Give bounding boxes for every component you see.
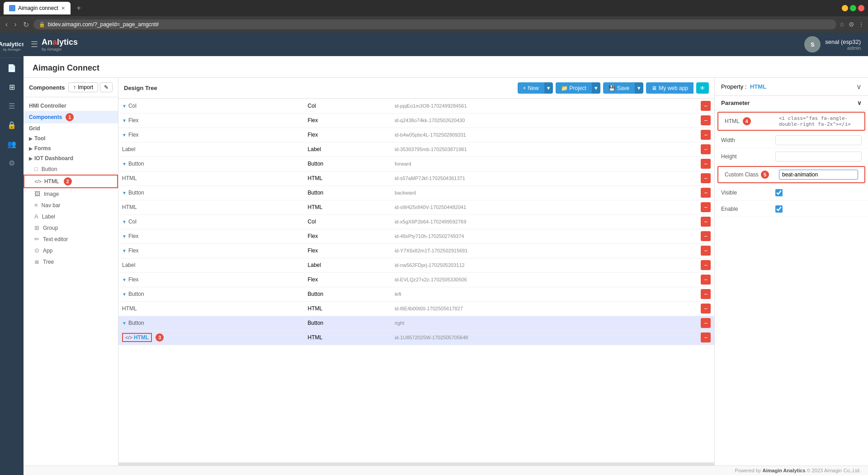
remove-button[interactable]: −: [701, 159, 711, 169]
comp-item-button[interactable]: □ Button: [24, 163, 118, 175]
edit-button[interactable]: ✎: [100, 82, 113, 92]
extensions-icon[interactable]: ⚙: [849, 21, 854, 28]
project-dropdown-button[interactable]: ▾: [592, 82, 600, 94]
new-dropdown-button[interactable]: ▾: [544, 82, 553, 94]
remove-button[interactable]: −: [701, 332, 711, 342]
close-button[interactable]: [858, 5, 864, 11]
tree-remove-cell: −: [697, 185, 714, 200]
table-row[interactable]: HTML HTML id-s57aMP7Jkf-1702504361371 −: [118, 171, 714, 185]
remove-button[interactable]: −: [701, 217, 711, 227]
table-row[interactable]: HTML HTML id-sW425r840V-1702504482041 −: [118, 200, 714, 214]
prop-row-width: Width: [715, 132, 868, 148]
tree-node-type: Flex: [304, 113, 391, 128]
prop-enable-checkbox[interactable]: [775, 205, 783, 213]
browser-tab[interactable]: Aimagin connect ✕: [4, 2, 71, 14]
parameter-section-header[interactable]: Parameter ∨: [715, 96, 868, 110]
comp-item-navbar[interactable]: ≡ Nav bar: [24, 200, 118, 211]
new-btn-group: + New ▾: [518, 82, 553, 94]
footer: Powered by Aimagin Analytics © 2023 Aima…: [24, 466, 868, 475]
refresh-button[interactable]: ↻: [21, 19, 31, 30]
preview-button[interactable]: 👁: [696, 82, 709, 94]
remove-button[interactable]: −: [701, 115, 711, 125]
components-nav-label: Components: [29, 114, 62, 120]
save-button[interactable]: 💾 Save: [603, 82, 635, 94]
grid-section[interactable]: Grid: [24, 124, 118, 133]
menu-icon[interactable]: ⋮: [858, 21, 864, 28]
remove-button[interactable]: −: [701, 289, 711, 299]
prop-width-input[interactable]: [775, 135, 862, 145]
tree-header: Design Tree + New ▾ �: [118, 78, 714, 99]
tree-node-name: ▼ Button: [118, 185, 304, 200]
table-row[interactable]: ▼ Col Col id-ppjEo1m3O8-1702499284561 −: [118, 99, 714, 113]
tab-close-button[interactable]: ✕: [61, 5, 65, 11]
comp-item-html[interactable]: </> HTML 2: [24, 175, 118, 188]
table-row[interactable]: Label Label id-35303795mb-1702503871981 …: [118, 142, 714, 157]
table-row[interactable]: Label Label id-nw562FDprj-1702505203112 …: [118, 258, 714, 272]
tool-section[interactable]: ▶ Tool: [24, 133, 118, 143]
table-row[interactable]: ▼ Flex Flex id-EVLQz27x2z-1702505330506 …: [118, 272, 714, 287]
comp-item-tree[interactable]: ≣ Tree: [24, 256, 118, 267]
hamburger-icon[interactable]: ☰: [31, 39, 38, 49]
sidebar-item-users[interactable]: 👥: [2, 135, 22, 153]
sidebar-item-lock[interactable]: 🔒: [2, 116, 22, 134]
save-dropdown-button[interactable]: ▾: [635, 82, 643, 94]
prop-visible-checkbox[interactable]: [775, 189, 783, 196]
webapp-button[interactable]: 🖥 My web app: [646, 82, 693, 94]
sidebar-item-list[interactable]: ☰: [2, 97, 22, 115]
tree-node-type: Label: [304, 142, 391, 157]
table-row[interactable]: ▼ Flex Flex id-48xPty710h-1702502749374 …: [118, 229, 714, 243]
remove-button[interactable]: −: [701, 275, 711, 285]
tree-content[interactable]: ▼ Col Col id-ppjEo1m3O8-1702499284561 −: [118, 99, 714, 462]
table-row[interactable]: ▼ Button Button left −: [118, 287, 714, 301]
hmi-controller-section[interactable]: HMI Controller: [24, 101, 118, 111]
collapse-button[interactable]: ∨: [856, 82, 862, 91]
remove-button[interactable]: −: [701, 304, 711, 314]
import-button[interactable]: ↑ Import: [68, 82, 98, 92]
maximize-button[interactable]: [850, 5, 856, 11]
remove-button[interactable]: −: [701, 101, 711, 111]
comp-item-image[interactable]: 🖼 Image: [24, 188, 118, 200]
components-nav-item[interactable]: Components 1: [24, 111, 118, 124]
table-row[interactable]: ▼ Flex Flex id-Y7X6x82m1T-1702502915691 …: [118, 243, 714, 258]
back-button[interactable]: ‹: [4, 19, 9, 29]
prop-height-input[interactable]: [775, 152, 862, 162]
table-row[interactable]: ▼ Button Button backward −: [118, 185, 714, 200]
remove-button[interactable]: −: [701, 188, 711, 198]
comp-item-label[interactable]: A Label: [24, 211, 118, 222]
bookmark-icon[interactable]: ☆: [839, 21, 845, 28]
table-row[interactable]: ▼ Flex Flex id-b4w05pbc4L-1702502809201 …: [118, 128, 714, 142]
remove-button[interactable]: −: [701, 173, 711, 183]
sidebar-item-dashboard[interactable]: ⊞: [2, 78, 22, 96]
table-row[interactable]: ▼ Col Col id-x5gX6P2b64-1702499592769 −: [118, 214, 714, 229]
remove-button[interactable]: −: [701, 246, 711, 256]
new-button[interactable]: + New: [518, 82, 544, 94]
forward-button[interactable]: ›: [12, 19, 18, 29]
project-button[interactable]: 📁 Project: [556, 82, 592, 94]
tree-scrollbar[interactable]: [118, 462, 714, 466]
forms-section[interactable]: ▶ Forms: [24, 143, 118, 153]
remove-button[interactable]: −: [701, 260, 711, 270]
comp-item-group[interactable]: ⊞ Group: [24, 222, 118, 233]
sidebar-item-settings[interactable]: ⚙: [2, 154, 22, 172]
prop-row-html: HTML 4 <i class="fas fa-angle-double-rig…: [717, 112, 865, 131]
table-row[interactable]: ▼ Flex Flex id-q2438o74kk-1702502620430 …: [118, 113, 714, 128]
page-header: Aimagin Connect: [24, 56, 868, 78]
sidebar-item-pages[interactable]: 📄: [2, 59, 22, 77]
remove-button[interactable]: −: [701, 202, 711, 212]
table-row[interactable]: </> HTML 3 HTML id-1U8572025W-1702505705…: [118, 330, 714, 345]
url-bar[interactable]: 🔒 bidev.aimagin.com/?_pageId=_page_amgcn…: [33, 19, 836, 29]
table-row[interactable]: HTML HTML id-l8E4b00t00-1702505617827 −: [118, 301, 714, 316]
table-row[interactable]: ▼ Button Button right −: [118, 316, 714, 330]
remove-button[interactable]: −: [701, 231, 711, 241]
comp-item-texteditor[interactable]: ✏ Text editor: [24, 233, 118, 245]
remove-button[interactable]: −: [701, 130, 711, 140]
panel-layout: Components ↑ Import ✎: [24, 78, 868, 466]
table-row[interactable]: ▼ Button Button forward −: [118, 157, 714, 171]
minimize-button[interactable]: [842, 5, 848, 11]
prop-custom-class-input[interactable]: [779, 170, 858, 180]
iot-section[interactable]: ▶ IOT Dashboard: [24, 153, 118, 163]
remove-button[interactable]: −: [701, 318, 711, 328]
comp-item-app[interactable]: ⊙ App: [24, 245, 118, 256]
remove-button[interactable]: −: [701, 144, 711, 154]
new-tab-button[interactable]: +: [74, 4, 84, 12]
